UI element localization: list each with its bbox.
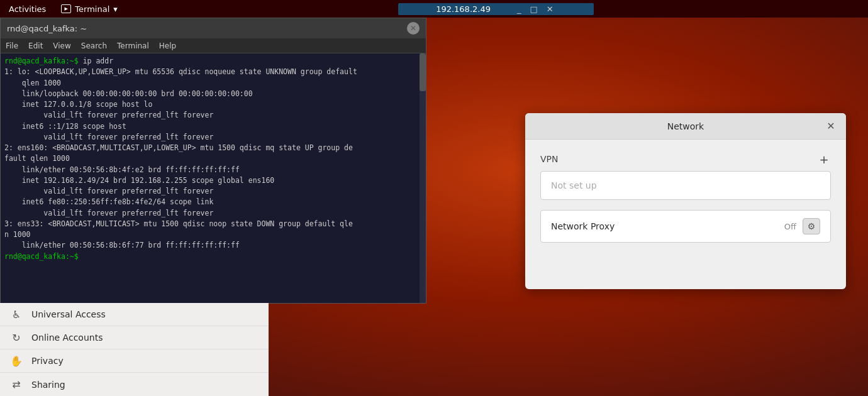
remote-minimize-btn[interactable]: _ bbox=[515, 4, 524, 14]
terminal-menu-help[interactable]: Help bbox=[159, 41, 176, 50]
network-panel-title: Network bbox=[547, 121, 825, 131]
proxy-status-text: Off bbox=[784, 222, 796, 231]
terminal-content: rnd@qacd_kafka:~$ ip addr 1: lo: <LOOPBA… bbox=[1, 53, 426, 303]
vpn-section: VPN + Not set up bbox=[540, 152, 831, 200]
terminal-close-button[interactable]: ✕ bbox=[407, 22, 420, 35]
remote-title-bar: 192.168.2.49 _ □ ✕ bbox=[398, 3, 594, 15]
terminal-app-button[interactable]: Terminal ▾ bbox=[55, 0, 123, 18]
terminal-window: rnd@qacd_kafka: ~ ✕ File Edit View Searc… bbox=[0, 18, 426, 304]
network-panel-body: VPN + Not set up Network Proxy Off ⚙ bbox=[525, 140, 846, 289]
proxy-settings-button[interactable]: ⚙ bbox=[803, 218, 820, 234]
remote-close-btn[interactable]: ✕ bbox=[544, 4, 556, 14]
network-panel-header: Network ✕ bbox=[525, 113, 846, 140]
network-proxy-card: Network Proxy Off ⚙ bbox=[540, 210, 831, 243]
remote-maximize-btn[interactable]: □ bbox=[527, 4, 540, 14]
sidebar-item-online-accounts[interactable]: ↻ Online Accounts bbox=[0, 326, 269, 349]
network-panel-close-button[interactable]: ✕ bbox=[825, 120, 837, 133]
vpn-header: VPN + bbox=[540, 152, 831, 166]
terminal-icon bbox=[61, 4, 71, 13]
settings-sidebar: ♿ Universal Access ↻ Online Accounts ✋ P… bbox=[0, 303, 269, 396]
activities-button[interactable]: Activities bbox=[0, 0, 55, 18]
terminal-title: rnd@qacd_kafka: ~ bbox=[7, 24, 87, 33]
terminal-titlebar: rnd@qacd_kafka: ~ ✕ bbox=[1, 18, 426, 38]
system-bar-center: 192.168.2.49 _ □ ✕ bbox=[124, 3, 868, 15]
universal-access-icon: ♿ bbox=[10, 308, 23, 321]
terminal-scrollbar[interactable] bbox=[420, 53, 426, 303]
sidebar-item-sharing[interactable]: ⇄ Sharing bbox=[0, 373, 269, 396]
sidebar-item-label-universal-access: Universal Access bbox=[31, 309, 106, 319]
proxy-settings-icon: ⚙ bbox=[808, 221, 816, 231]
sidebar-item-label-privacy: Privacy bbox=[31, 356, 64, 366]
privacy-icon: ✋ bbox=[10, 355, 23, 367]
proxy-right-controls: Off ⚙ bbox=[784, 218, 820, 234]
remote-host-label: 192.168.2.49 bbox=[436, 4, 491, 14]
sidebar-item-label-sharing: Sharing bbox=[31, 380, 65, 390]
terminal-menu-edit[interactable]: Edit bbox=[28, 41, 43, 50]
terminal-scrollbar-thumb[interactable] bbox=[420, 53, 426, 91]
remote-win-controls: _ □ ✕ bbox=[515, 4, 556, 14]
vpn-not-set-up-text: Not set up bbox=[551, 180, 597, 190]
sidebar-item-privacy[interactable]: ✋ Privacy bbox=[0, 349, 269, 373]
terminal-menu-search[interactable]: Search bbox=[81, 41, 107, 50]
sidebar-item-universal-access[interactable]: ♿ Universal Access bbox=[0, 303, 269, 326]
terminal-menu-terminal[interactable]: Terminal bbox=[117, 41, 149, 50]
network-proxy-label: Network Proxy bbox=[551, 221, 615, 231]
vpn-not-set-up-card: Not set up bbox=[540, 171, 831, 200]
terminal-menubar: File Edit View Search Terminal Help bbox=[1, 38, 426, 53]
sidebar-item-label-online-accounts: Online Accounts bbox=[31, 333, 103, 343]
terminal-menu-view[interactable]: View bbox=[53, 41, 70, 50]
terminal-output: rnd@qacd_kafka:~$ ip addr 1: lo: <LOOPBA… bbox=[4, 56, 422, 262]
network-panel: Network ✕ VPN + Not set up Network Proxy… bbox=[525, 113, 846, 289]
vpn-add-button[interactable]: + bbox=[817, 152, 831, 166]
system-bar: Activities Terminal ▾ 192.168.2.49 _ □ ✕ bbox=[0, 0, 868, 18]
vpn-label: VPN bbox=[540, 154, 559, 164]
sharing-icon: ⇄ bbox=[10, 378, 23, 391]
terminal-menu-file[interactable]: File bbox=[6, 41, 18, 50]
online-accounts-icon: ↻ bbox=[10, 331, 23, 344]
